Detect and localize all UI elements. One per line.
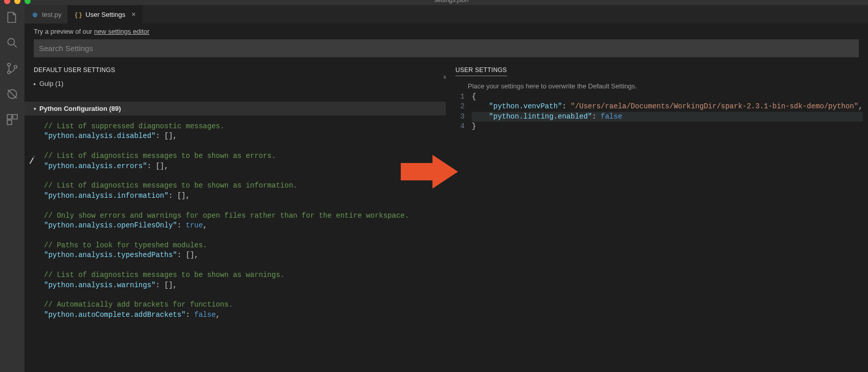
tab-user-settings[interactable]: { } User Settings × <box>68 5 142 24</box>
section-label: Python Configuration (89) <box>39 105 121 112</box>
svg-point-0 <box>8 38 14 45</box>
svg-rect-5 <box>7 114 12 119</box>
user-settings-code[interactable]: { "python.venvPath": "/Users/raela/Docum… <box>472 92 863 132</box>
source-control-icon[interactable] <box>5 61 19 76</box>
explorer-icon[interactable] <box>5 10 19 25</box>
activity-bar <box>0 5 25 372</box>
json-file-icon: { } <box>74 10 82 18</box>
extensions-icon[interactable] <box>5 112 19 127</box>
user-settings-header: USER SETTINGS <box>446 61 868 79</box>
default-settings-header: DEFAULT USER SETTINGS <box>25 61 446 77</box>
user-settings-pane: USER SETTINGS Place your settings here t… <box>446 61 868 372</box>
user-settings-hint: Place your settings here to overwrite th… <box>446 79 868 92</box>
user-settings-editor[interactable]: 1 2 3 4 { "python.venvPath": "/Users/rae… <box>446 92 868 132</box>
section-label: Gulp (1) <box>39 80 63 87</box>
python-file-icon: ⊕ <box>31 10 39 18</box>
window-minimize-button[interactable] <box>14 0 20 4</box>
line-gutter: 1 2 3 4 <box>446 92 472 132</box>
window-maximize-button[interactable] <box>25 0 31 4</box>
section-python-configuration[interactable]: Python Configuration (89) <box>25 102 446 115</box>
svg-point-2 <box>8 71 10 74</box>
preview-banner: Try a preview of our new settings editor <box>25 24 868 39</box>
default-settings-code: // List of suppressed diagnostic message… <box>25 115 446 320</box>
window-title: settings.json <box>435 0 469 4</box>
svg-rect-6 <box>13 114 17 119</box>
window-close-button[interactable] <box>4 0 10 4</box>
tab-test-py[interactable]: ⊕ test.py <box>25 5 68 24</box>
section-gulp[interactable]: Gulp (1) <box>25 77 446 90</box>
editor-tabs: ⊕ test.py { } User Settings × <box>25 5 868 24</box>
tab-label: test.py <box>42 11 61 18</box>
search-input[interactable] <box>34 39 859 57</box>
new-settings-editor-link[interactable]: new settings editor <box>94 28 149 35</box>
titlebar: settings.json <box>0 0 868 5</box>
default-settings-pane: DEFAULT USER SETTINGS Gulp (1) Python Co… <box>25 61 446 372</box>
svg-point-3 <box>14 65 17 68</box>
tab-label: User Settings <box>85 11 125 18</box>
debug-icon[interactable] <box>5 87 19 101</box>
close-icon[interactable]: × <box>131 10 135 18</box>
svg-rect-7 <box>7 120 12 125</box>
svg-point-1 <box>8 63 10 66</box>
search-icon[interactable] <box>5 36 19 50</box>
